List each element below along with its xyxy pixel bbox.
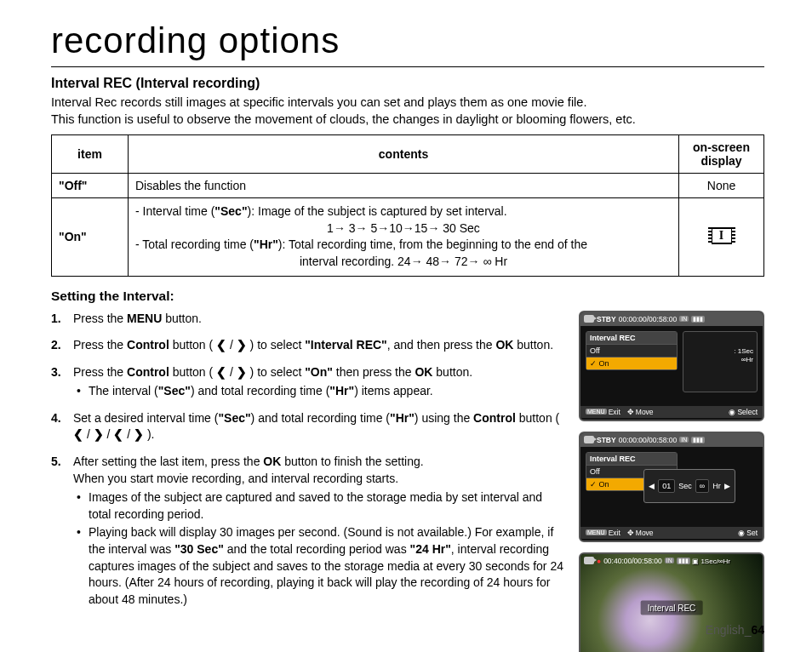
t: - Total recording time ( <box>135 237 254 251</box>
set-icon: ◉ <box>738 529 745 537</box>
menu-item-off: Off <box>586 344 677 357</box>
row-on-item: "On" <box>52 198 129 276</box>
t: button ( <box>516 411 559 425</box>
t: ) to select <box>247 338 305 352</box>
step-5: After setting the last item, press the O… <box>51 454 565 608</box>
t: ): Image of the subject is captured by s… <box>248 204 507 218</box>
t: button. <box>162 312 202 325</box>
card-icon: IN <box>679 437 689 443</box>
t: When you start movie recording, and inte… <box>73 472 398 485</box>
t: ∞Hr <box>741 356 753 363</box>
card-icon: IN <box>679 316 689 322</box>
t: ). <box>144 427 154 441</box>
time-label: 00:00:00/00:58:00 <box>619 436 678 444</box>
battery-icon: ▮▮▮ <box>691 437 705 443</box>
t: Hr <box>712 482 721 490</box>
t: ) and total recording time ( <box>251 411 390 425</box>
lcd-screenshots: STBY 00:00:00/00:58:00 IN ▮▮▮ Interval R… <box>579 311 764 653</box>
footer-page: 64 <box>751 623 764 637</box>
t: MENU <box>127 312 162 325</box>
move-label: Move <box>636 408 654 416</box>
t: ) using the <box>415 411 473 425</box>
battery-icon: ▮▮▮ <box>677 558 690 564</box>
t: "24 Hr" <box>410 542 451 556</box>
row-on-contents: - Interval time ("Sec"): Image of the su… <box>129 198 679 276</box>
t: OK <box>415 365 432 379</box>
instructions: Press the MENU button. Press the Control… <box>51 311 565 653</box>
side-panel: : 1Sec ∞Hr <box>683 331 758 392</box>
t: 1→ 3→ 5→10→15→ 30 Sec <box>135 220 672 237</box>
move-icon: ✥ <box>627 529 634 537</box>
th-contents: contents <box>129 135 679 174</box>
arrow-right-icon: ▶ <box>724 482 730 490</box>
t: Press the <box>73 338 127 352</box>
step-4: Set a desired interval time ("Sec") and … <box>51 410 565 443</box>
move-label: Move <box>636 529 654 537</box>
step-5-bullet: Playing back will display 30 images per … <box>73 524 565 608</box>
menu-key-icon: MENU <box>586 529 607 535</box>
t: 01 <box>662 482 671 490</box>
stby-label: STBY <box>597 436 616 444</box>
t: "Hr" <box>329 384 354 397</box>
options-table: item contents on-screen display "Off" Di… <box>51 134 764 276</box>
chevron-left-icon: ❮ <box>216 337 226 354</box>
t: - Interval time ( <box>135 204 214 218</box>
t: The interval ( <box>89 384 158 397</box>
t: and the total recording period was <box>224 542 410 556</box>
table-row: "Off" Disables the function None <box>52 174 764 198</box>
t: / <box>226 365 237 379</box>
card-icon: IN <box>665 558 674 563</box>
t: button to finish the setting. <box>281 455 423 468</box>
th-item: item <box>52 135 129 174</box>
setting-heading: Setting the Interval: <box>51 289 764 304</box>
t: Control <box>127 365 169 379</box>
exit-label: Exit <box>609 408 620 416</box>
select-label: Select <box>737 408 758 416</box>
menu-title: Interval REC <box>586 453 677 465</box>
t: OK <box>263 455 281 468</box>
step-3-bullet: The interval ("Sec") and total recording… <box>73 383 565 400</box>
chevron-up-icon: ❮ <box>73 426 83 443</box>
footer-lang: English <box>706 623 745 637</box>
row-off-contents: Disables the function <box>129 174 679 198</box>
menu-title: Interval REC <box>586 332 677 344</box>
t: / <box>226 338 237 352</box>
lcd-screen-2: STBY 00:00:00/00:58:00 IN ▮▮▮ Interval R… <box>579 432 764 542</box>
t: / <box>123 427 134 441</box>
t: ) to select <box>247 365 305 379</box>
menu-item-on: ✓ On <box>586 357 677 369</box>
intro-line2: This function is useful to observe the m… <box>51 112 636 126</box>
page-footer: English_64 <box>706 623 764 637</box>
t: On <box>599 359 609 368</box>
t: button ( <box>169 365 216 379</box>
t: then press the <box>333 365 415 379</box>
t: 1Sec <box>738 347 753 355</box>
stby-label: STBY <box>597 315 616 323</box>
t: / <box>83 427 94 441</box>
camera-icon <box>584 557 594 564</box>
t: "30 Sec" <box>174 542 224 556</box>
set-label: Set <box>746 529 758 537</box>
interval-rec-icon: I <box>711 227 733 244</box>
interval-rec-overlay: Interval REC <box>641 600 703 615</box>
t: / <box>104 427 114 441</box>
lcd-screen-3: ● 00:40:00/00:58:00 IN ▮▮▮ ▣ 1Sec/∞Hr In… <box>579 552 764 653</box>
t: Press the <box>73 365 127 379</box>
time-label: 00:40:00/00:58:00 <box>603 557 662 565</box>
camera-icon <box>584 315 594 323</box>
menu-key-icon: MENU <box>586 409 607 415</box>
t: Control <box>127 338 169 352</box>
time-label: 00:00:00/00:58:00 <box>619 315 678 323</box>
table-row: "On" - Interval time ("Sec"): Image of t… <box>52 198 764 276</box>
menu-panel: Interval REC Off ✓ On <box>586 331 678 370</box>
t: After setting the last item, press the <box>73 455 263 468</box>
t: "Hr" <box>390 411 415 425</box>
th-display: on-screen display <box>679 135 764 174</box>
intro-line1: Interval Rec records still images at spe… <box>51 95 586 109</box>
camera-icon <box>584 436 594 443</box>
t: button. <box>513 338 553 352</box>
chevron-left-icon: ❮ <box>113 426 123 443</box>
lcd-screen-1: STBY 00:00:00/00:58:00 IN ▮▮▮ Interval R… <box>579 311 764 421</box>
t: , and then press the <box>387 338 496 352</box>
chevron-right-icon: ❯ <box>237 337 247 354</box>
